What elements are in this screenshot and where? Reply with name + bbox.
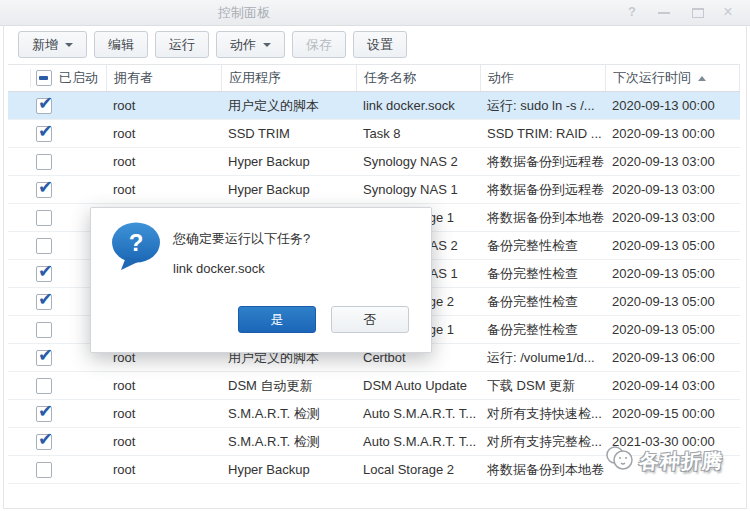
cell-action: 将数据备份到本地卷 [480,461,605,479]
cell-app: S.M.A.R.T. 检测 [221,405,356,423]
enabled-checkbox[interactable] [36,406,52,422]
run-task-confirm-dialog: ? 您确定要运行以下任务? link docker.sock 是 否 [90,207,432,353]
cell-owner: root [106,182,221,197]
minimize-icon[interactable] [655,0,673,25]
enabled-checkbox[interactable] [36,434,52,450]
window-title: 控制面板 [0,0,488,25]
enabled-checkbox[interactable] [36,462,52,478]
cell-app: Hyper Backup [221,182,356,197]
cell-task: Auto S.M.A.R.T. T... [356,434,480,449]
table-row[interactable]: rootS.M.A.R.T. 检测Auto S.M.A.R.T. T...对所有… [8,400,740,428]
cell-task: Local Storage 2 [356,462,480,477]
cell-task: Synology NAS 1 [356,182,480,197]
help-icon[interactable]: ? [623,0,641,25]
table-row[interactable]: root用户定义的脚本link docker.sock运行: sudo ln -… [8,92,740,120]
cell-action: 将数据备份到本地卷 [480,209,605,227]
enabled-checkbox[interactable] [36,182,52,198]
chevron-down-icon [263,43,271,47]
cell-action: 运行: sudo ln -s /... [480,97,605,115]
cell-action: 下载 DSM 更新 [480,377,605,395]
cell-action: 备份完整性检查 [480,293,605,311]
table-row[interactable]: rootSSD TRIMTask 8SSD TRIM: RAID ...2020… [8,120,740,148]
cell-action: 对所有支持完整检... [480,433,605,451]
save-button[interactable]: 保存 [292,31,346,58]
cell-action: SSD TRIM: RAID ... [480,126,605,141]
enabled-checkbox[interactable] [36,266,52,282]
enabled-checkbox[interactable] [36,238,52,254]
cell-next_run: 2020-09-13 05:00 [605,266,736,281]
cell-owner: root [106,378,221,393]
watermark: 各种折腾 [604,444,723,478]
maximize-icon[interactable] [689,0,707,25]
cell-next_run: 2020-09-15 00:00 [605,406,736,421]
cell-task: DSM Auto Update [356,378,480,393]
cell-next_run: 2020-09-13 00:00 [605,126,736,141]
table-row[interactable]: rootDSM 自动更新DSM Auto Update下载 DSM 更新2020… [8,372,740,400]
no-button[interactable]: 否 [331,306,409,333]
cell-next_run: 2020-09-13 05:00 [605,322,736,337]
chevron-down-icon [65,43,73,47]
toolbar: 新增 编辑 运行 动作 保存 设置 [18,31,407,58]
cell-next_run: 2020-09-13 00:00 [605,98,736,113]
cell-app: 用户定义的脚本 [221,97,356,115]
cell-action: 备份完整性检查 [480,321,605,339]
edit-button[interactable]: 编辑 [94,31,148,58]
settings-button[interactable]: 设置 [353,31,407,58]
cell-owner: root [106,154,221,169]
dialog-task-name: link docker.sock [173,261,265,276]
cell-app: DSM 自动更新 [221,377,356,395]
column-next-run-time[interactable]: 下次运行时间 [605,65,740,91]
cell-action: 运行: /volume1/d... [480,349,605,367]
column-task-name[interactable]: 任务名称 [356,65,480,91]
doodle-logo-icon [604,444,636,478]
enabled-checkbox[interactable] [36,154,52,170]
column-action[interactable]: 动作 [480,65,605,91]
cell-task: Auto S.M.A.R.T. T... [356,406,480,421]
header-separator [30,69,31,87]
select-all-checkbox[interactable] [36,70,52,86]
cell-action: 备份完整性检查 [480,237,605,255]
enabled-checkbox[interactable] [36,98,52,114]
table-row[interactable]: rootHyper BackupSynology NAS 1将数据备份到远程卷2… [8,176,740,204]
enabled-checkbox[interactable] [36,210,52,226]
cell-owner: root [106,462,221,477]
cell-app: Hyper Backup [221,462,356,477]
cell-app: S.M.A.R.T. 检测 [221,433,356,451]
close-icon[interactable]: × [719,0,737,25]
enabled-checkbox[interactable] [36,350,52,366]
sort-ascending-icon [698,76,706,81]
add-button[interactable]: 新增 [18,31,87,58]
cell-app: Hyper Backup [221,154,356,169]
cell-action: 对所有支持快速检... [480,405,605,423]
cell-next_run: 2020-09-14 03:00 [605,378,736,393]
cell-action: 将数据备份到远程卷 [480,181,605,199]
enabled-checkbox[interactable] [36,322,52,338]
cell-next_run: 2020-09-13 06:00 [605,350,736,365]
watermark-text: 各种折腾 [638,448,724,475]
enabled-checkbox[interactable] [36,378,52,394]
cell-next_run: 2020-09-13 05:00 [605,238,736,253]
svg-text:?: ? [129,229,144,256]
dialog-message: 您确定要运行以下任务? [173,230,310,248]
cell-next_run: 2020-09-13 05:00 [605,294,736,309]
run-button[interactable]: 运行 [155,31,209,58]
cell-owner: root [106,406,221,421]
cell-task: Task 8 [356,126,480,141]
column-enabled[interactable]: 已启动 [8,65,106,91]
cell-app: SSD TRIM [221,126,356,141]
cell-action: 将数据备份到远程卷 [480,153,605,171]
column-owner[interactable]: 拥有者 [106,65,221,91]
cell-next_run: 2020-09-13 03:00 [605,182,736,197]
control-panel-window: 控制面板 ? × 新增 编辑 运行 动作 保存 设置 已启动 拥有者 应用程序 … [0,0,750,511]
cell-owner: root [106,126,221,141]
question-bubble-icon: ? [111,222,161,276]
enabled-checkbox[interactable] [36,126,52,142]
column-application[interactable]: 应用程序 [221,65,356,91]
titlebar: 控制面板 ? × [0,0,750,26]
table-row[interactable]: rootHyper BackupSynology NAS 2将数据备份到远程卷2… [8,148,740,176]
yes-button[interactable]: 是 [238,306,316,333]
enabled-checkbox[interactable] [36,294,52,310]
cell-owner: root [106,98,221,113]
action-button[interactable]: 动作 [216,31,285,58]
cell-next_run: 2020-09-13 03:00 [605,154,736,169]
